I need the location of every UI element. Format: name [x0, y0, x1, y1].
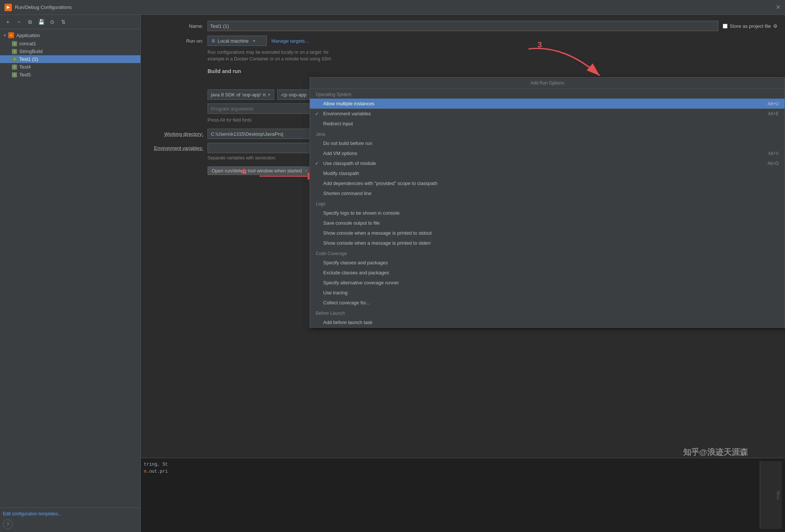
tree-category-application[interactable]: ▼ A Application: [0, 31, 140, 40]
sidebar-item-label-concat1: concat1: [19, 41, 36, 46]
dropdown-item-label-no-build: Do not build before run: [323, 141, 779, 146]
dropdown-item-label-specify-classes: Specify classes and packages: [323, 260, 779, 265]
dropdown-item-shorten-cmd[interactable]: Shorten command line: [310, 188, 785, 198]
sidebar-item-test1[interactable]: J Test1 (1): [0, 55, 140, 63]
dropdown-item-specify-classes[interactable]: Specify classes and packages: [310, 258, 785, 268]
dropdown-item-shortcut-vm-options: Alt+V: [768, 151, 779, 156]
run-on-label: Run on:: [148, 38, 208, 44]
dropdown-item-label-classpath-module: Use classpath of module: [323, 161, 753, 166]
dropdown-item-label-modify-classpath: Modify classpath: [323, 171, 779, 176]
help-button[interactable]: ?: [3, 519, 13, 529]
cp-field[interactable]: -cp oop-app: [277, 89, 309, 100]
name-label: Name:: [148, 23, 208, 29]
dropdown-item-collect-coverage[interactable]: Collect coverage for...: [310, 298, 785, 308]
annotation-4: 4: [241, 167, 245, 176]
dropdown-item-label-collect-coverage: Collect coverage for...: [323, 300, 779, 305]
dropdown-item-vm-options[interactable]: Add VM options Alt+V: [310, 148, 785, 158]
sidebar-item-label-test1: Test1 (1): [19, 56, 38, 62]
sdk-dropdown-arrow-icon: ▼: [267, 93, 271, 97]
watermark: 知乎@浪迹天涯森: [683, 447, 748, 458]
name-input[interactable]: [208, 21, 718, 31]
dropdown-item-add-before-launch[interactable]: Add before launch task: [310, 317, 785, 327]
sidebar-item-label-test4: Test4: [19, 64, 31, 70]
dropdown-menu: Add Run Options Operating System Allow m…: [309, 77, 785, 328]
sidebar-item-label-stringbuild: StringBuild: [19, 49, 43, 54]
sidebar-toolbar: + − ⧉ 💾 ⊙ ⇅: [0, 15, 140, 29]
add-config-button[interactable]: +: [3, 17, 13, 27]
run-on-value: Local machine: [218, 38, 249, 44]
sidebar-item-test4[interactable]: J Test4: [0, 63, 140, 71]
dropdown-item-label-add-dependencies: Add dependencies with "provided" scope t…: [323, 181, 779, 186]
sidebar-item-stringbuild[interactable]: J StringBuild: [0, 47, 140, 55]
save-config-button[interactable]: 💾: [36, 17, 46, 27]
main-layout: + − ⧉ 💾 ⊙ ⇅ ▼ A Application J concat1 J: [0, 15, 785, 532]
dropdown-item-exclude-classes[interactable]: Exclude classes and packages: [310, 268, 785, 278]
working-dir-label: Working directory:: [148, 131, 208, 137]
sort-config-button[interactable]: ⇅: [59, 17, 68, 27]
sidebar-item-concat1[interactable]: J concat1: [0, 40, 140, 47]
code-line-1: tring, St: [144, 461, 757, 468]
copy-config-button[interactable]: ⧉: [25, 17, 35, 27]
category-label: Application: [16, 33, 40, 38]
check-icon-env-vars: ✓: [315, 111, 319, 116]
item-icon-test1: J: [12, 57, 17, 62]
dropdown-item-no-build[interactable]: Do not build before run: [310, 138, 785, 148]
item-icon-test5: J: [12, 72, 17, 77]
dropdown-item-classpath-module[interactable]: ✓ Use classpath of module Alt+O: [310, 158, 785, 168]
title-bar: ▶ Run/Debug Configurations ✕: [0, 0, 785, 15]
run-description: Run configurations may be executed local…: [208, 49, 778, 62]
sidebar-item-test5[interactable]: J Test5: [0, 71, 140, 79]
dropdown-item-label-alt-coverage-runner: Specify alternative coverage runner: [323, 280, 779, 285]
store-checkbox[interactable]: [723, 24, 728, 29]
dropdown-item-show-console-stdout[interactable]: Show console when a message is printed t…: [310, 228, 785, 238]
dropdown-item-label-specify-logs: Specify logs to be shown in console: [323, 210, 779, 216]
check-icon-classpath-module: ✓: [315, 161, 319, 166]
dropdown-arrow-icon: ▼: [252, 39, 256, 43]
dropdown-item-show-console-stderr[interactable]: Show console when a message is printed t…: [310, 238, 785, 248]
dropdown-item-use-tracing[interactable]: Use tracing: [310, 288, 785, 298]
edit-templates-link[interactable]: Edit configuration templates...: [3, 511, 62, 516]
code-panel: tring, St m.out.pri: [144, 461, 757, 529]
sidebar-footer: Edit configuration templates... ?: [0, 508, 140, 532]
dropdown-item-alt-coverage-runner[interactable]: Specify alternative coverage runner: [310, 278, 785, 288]
item-icon-test4: J: [12, 65, 17, 70]
category-arrow-icon: ▼: [3, 33, 7, 37]
app-icon: ▶: [4, 4, 12, 11]
dropdown-item-label-exclude-classes: Exclude classes and packages: [323, 270, 779, 275]
dropdown-item-specify-logs[interactable]: Specify logs to be shown in console: [310, 208, 785, 218]
dropdown-item-label-shorten-cmd: Shorten command line: [323, 191, 779, 196]
dropdown-item-shortcut-classpath-module: Alt+O: [768, 161, 779, 166]
dropdown-item-env-vars[interactable]: ✓ Environment variables Alt+E: [310, 109, 785, 119]
dropdown-item-label-vm-options: Add VM options: [323, 151, 753, 156]
dropdown-section-os: Operating System: [310, 89, 785, 99]
java-sdk-dropdown[interactable]: java 8 SDK of 'oop-app' π ▼: [208, 89, 274, 100]
dropdown-item-save-console[interactable]: Save console output to file: [310, 218, 785, 228]
item-icon-stringbuild: J: [12, 49, 17, 54]
code-line-2: m.out.pri: [144, 468, 757, 475]
run-on-dropdown[interactable]: 🖥 Local machine ▼: [208, 36, 267, 46]
store-gear-icon: ⚙: [773, 23, 778, 29]
dropdown-section-before-launch: Before Launch: [310, 308, 785, 317]
run-on-row: Run on: 🖥 Local machine ▼ Manage targets…: [148, 36, 778, 46]
dropdown-item-shortcut-env-vars: Alt+E: [768, 111, 779, 116]
item-icon-concat1: J: [12, 41, 17, 46]
manage-targets-link[interactable]: Manage targets...: [271, 38, 309, 44]
dropdown-item-allow-multiple[interactable]: Allow multiple instances Alt+U: [310, 99, 785, 109]
name-row: Name: Store as project file ⚙: [148, 21, 778, 31]
dropdown-item-label-allow-multiple: Allow multiple instances: [323, 101, 753, 106]
close-button[interactable]: ✕: [776, 4, 781, 11]
build-run-title: Build and run: [208, 68, 778, 74]
env-vars-label: Environment variables:: [148, 145, 208, 151]
dropdown-item-label-use-tracing: Use tracing: [323, 290, 779, 295]
dropdown-item-modify-classpath[interactable]: Modify classpath: [310, 168, 785, 178]
java-sdk-label: java 8 SDK of 'oop-app' π: [211, 92, 266, 98]
store-label: Store as project file: [730, 23, 771, 29]
remove-config-button[interactable]: −: [14, 17, 24, 27]
sidebar-item-label-test5: Test5: [19, 72, 31, 77]
dropdown-item-add-dependencies[interactable]: Add dependencies with "provided" scope t…: [310, 178, 785, 188]
target-config-button[interactable]: ⊙: [47, 17, 57, 27]
dropdown-item-label-show-console-stderr: Show console when a message is printed t…: [323, 240, 779, 246]
dropdown-item-label-env-vars: Environment variables: [323, 111, 753, 116]
dropdown-item-redirect-input[interactable]: Redirect input: [310, 119, 785, 129]
dropdown-header: Add Run Options: [310, 77, 785, 89]
